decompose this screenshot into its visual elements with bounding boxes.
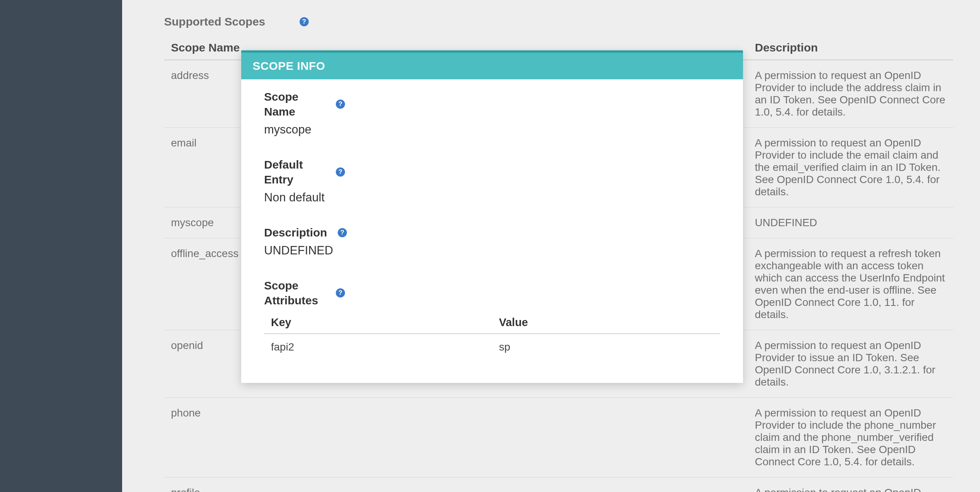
- help-icon[interactable]: ?: [300, 17, 309, 26]
- table-row[interactable]: phone A permission to request an OpenID …: [164, 398, 953, 478]
- attr-key-cell: fapi2: [264, 334, 492, 360]
- help-icon[interactable]: ?: [336, 167, 345, 177]
- help-icon[interactable]: ?: [338, 228, 347, 237]
- table-row[interactable]: profile A permission to request an OpenI…: [164, 478, 953, 492]
- default-entry-label: Default Entry: [264, 157, 325, 187]
- help-icon[interactable]: ?: [336, 288, 345, 297]
- modal-header: SCOPE INFO: [241, 53, 743, 79]
- field-scope-name: Scope Name ? myscope: [264, 89, 720, 137]
- help-icon[interactable]: ?: [336, 100, 345, 109]
- supported-scopes-title: Supported Scopes: [164, 15, 265, 28]
- scope-attributes-label: Scope Attributes: [264, 278, 325, 308]
- scope-name-value: myscope: [264, 123, 720, 137]
- scope-desc-cell: A permission to request an OpenID Provid…: [748, 128, 953, 207]
- scope-info-modal: SCOPE INFO Scope Name ? myscope Default …: [241, 50, 743, 383]
- field-description: Description ? UNDEFINED: [264, 225, 720, 257]
- scope-desc-cell: A permission to request an OpenID Provid…: [748, 330, 953, 398]
- scope-name-cell: phone: [164, 398, 748, 478]
- scope-name-cell: profile: [164, 478, 748, 492]
- field-scope-attributes: Scope Attributes ? Key Value fapi2 sp: [264, 278, 720, 360]
- default-entry-value: Non default: [264, 191, 720, 204]
- sidebar-nav: [0, 0, 122, 492]
- attr-col-key: Key: [264, 312, 492, 334]
- description-value: UNDEFINED: [264, 244, 720, 257]
- section-title-row: Supported Scopes ?: [164, 15, 953, 28]
- scope-desc-cell: UNDEFINED: [748, 207, 953, 238]
- attr-value-cell: sp: [492, 334, 720, 360]
- attributes-table: Key Value fapi2 sp: [264, 312, 720, 360]
- scope-desc-cell: A permission to request an OpenID Provid…: [748, 398, 953, 478]
- scopes-col-description: Description: [748, 36, 953, 60]
- modal-title: SCOPE INFO: [253, 59, 325, 72]
- table-row: fapi2 sp: [264, 334, 720, 360]
- scope-desc-cell: A permission to request an OpenID Provid…: [748, 60, 953, 128]
- description-label: Description: [264, 225, 327, 240]
- scope-desc-cell: A permission to request a refresh token …: [748, 238, 953, 330]
- scope-desc-cell: A permission to request an OpenID Provid…: [748, 478, 953, 492]
- modal-body: Scope Name ? myscope Default Entry ? Non…: [241, 79, 743, 383]
- attr-col-value: Value: [492, 312, 720, 334]
- scope-name-label: Scope Name: [264, 89, 325, 119]
- field-default-entry: Default Entry ? Non default: [264, 157, 720, 204]
